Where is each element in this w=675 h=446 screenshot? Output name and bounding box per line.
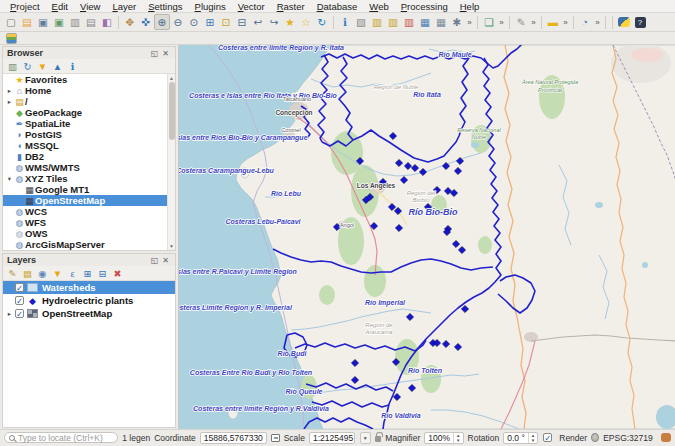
menu-item[interactable]: Help bbox=[454, 0, 486, 13]
python-console-icon[interactable] bbox=[616, 14, 632, 30]
browser-tree-item[interactable]: ▸ ▤ / bbox=[3, 96, 167, 107]
locate-search-input[interactable]: Type to locate (Ctrl+K) bbox=[4, 432, 118, 443]
identify-features-icon[interactable]: ℹ bbox=[337, 14, 353, 30]
map-themes-icon[interactable]: ◉ bbox=[36, 267, 49, 280]
filter-browser-icon[interactable]: ▼ bbox=[36, 60, 49, 73]
zoom-full-icon[interactable]: ⊞ bbox=[202, 14, 218, 30]
menu-item[interactable]: Processing bbox=[395, 0, 454, 13]
browser-tree-item[interactable]: ▦ OpenStreetMap bbox=[3, 195, 167, 206]
browser-tree-item[interactable]: ✒ SpatiaLite bbox=[3, 118, 167, 129]
extents-icon[interactable] bbox=[271, 434, 280, 442]
scale-dropdown-icon[interactable]: ▼ bbox=[360, 432, 371, 444]
add-selected-layers-icon[interactable]: ▥ bbox=[6, 60, 19, 73]
toolbar-overflow-icon[interactable]: » bbox=[465, 14, 474, 30]
toolbar-overflow-icon[interactable]: » bbox=[561, 14, 570, 30]
layer-item[interactable]: ◆ Hydroelectric plants bbox=[3, 294, 175, 307]
show-bookmarks-icon[interactable]: ☆ bbox=[298, 14, 314, 30]
menu-item[interactable]: Raster bbox=[271, 0, 311, 13]
remove-layer-group-icon[interactable]: ✖ bbox=[111, 267, 124, 280]
expand-all-icon[interactable]: ⊞ bbox=[81, 267, 94, 280]
layer-visibility-checkbox[interactable] bbox=[15, 309, 24, 318]
filter-expression-icon[interactable]: ε bbox=[66, 267, 79, 280]
zoom-in-icon[interactable]: ⊕ bbox=[154, 14, 170, 30]
menu-item[interactable]: Plugins bbox=[189, 0, 232, 13]
layer-styling-icon[interactable]: ✎ bbox=[6, 267, 19, 280]
refresh-browser-icon[interactable]: ↻ bbox=[21, 60, 34, 73]
close-panel-icon[interactable]: ✕ bbox=[160, 256, 171, 265]
digitizing-icon[interactable]: ✎ bbox=[513, 14, 529, 30]
browser-tree-item[interactable]: ▦ Google MT1 bbox=[3, 184, 167, 195]
refresh-map-icon[interactable]: ↻ bbox=[314, 14, 330, 30]
expander-icon[interactable]: ▸ bbox=[5, 87, 14, 95]
layer-item[interactable]: Watersheds bbox=[3, 281, 175, 294]
open-project-icon[interactable]: ▤ bbox=[19, 14, 35, 30]
toolbar-overflow-icon[interactable]: » bbox=[529, 14, 538, 30]
pan-to-selection-icon[interactable]: ✜ bbox=[138, 14, 154, 30]
pan-map-icon[interactable]: ✥ bbox=[122, 14, 138, 30]
layer-item[interactable]: ▸ OpenStreetMap bbox=[3, 307, 175, 320]
browser-tree-item[interactable]: ▮ DB2 bbox=[3, 151, 167, 162]
menu-item[interactable]: Layer bbox=[106, 0, 142, 13]
new-vector-layer-icon[interactable]: ▥ bbox=[369, 14, 385, 30]
add-group-icon[interactable]: ▤ bbox=[21, 267, 34, 280]
menu-item[interactable]: Edit bbox=[46, 0, 74, 13]
new-bookmark-icon[interactable]: ★ bbox=[282, 14, 298, 30]
menu-item[interactable]: Database bbox=[311, 0, 364, 13]
scrollbar-thumb[interactable] bbox=[169, 82, 175, 140]
coordinate-input[interactable]: 15886,5767330 bbox=[200, 432, 267, 444]
style-manager-icon[interactable]: ◧ bbox=[99, 14, 115, 30]
toolbar-overflow-icon[interactable]: » bbox=[497, 14, 506, 30]
menu-item[interactable]: View bbox=[74, 0, 106, 13]
options-icon[interactable]: ✱ bbox=[449, 14, 465, 30]
zoom-native-icon[interactable]: ⊙ bbox=[186, 14, 202, 30]
attribute-table-icon[interactable]: ▦ bbox=[417, 14, 433, 30]
new-layer-icon[interactable]: ▥ bbox=[385, 14, 401, 30]
rotation-input[interactable]: 0.0 °▲▼ bbox=[503, 432, 538, 444]
temporal-controller-icon[interactable]: ▦ bbox=[433, 14, 449, 30]
zoom-out-icon[interactable]: ⊖ bbox=[170, 14, 186, 30]
scale-input[interactable]: 1:2125495 bbox=[309, 432, 355, 444]
browser-tree-item[interactable]: ▸ ⌂ Home bbox=[3, 85, 167, 96]
expander-icon[interactable]: ▸ bbox=[5, 310, 14, 318]
undock-panel-icon[interactable]: ◱ bbox=[149, 49, 161, 58]
browser-tree-item[interactable]: ◗ PostGIS bbox=[3, 129, 167, 140]
filter-legend-icon[interactable]: ▼ bbox=[51, 267, 64, 280]
map-canvas[interactable]: Costeras entre limite Region y R. ItataR… bbox=[178, 45, 675, 429]
browser-tree-item[interactable]: ★ Favorites bbox=[3, 74, 167, 85]
manage-layers-icon[interactable]: ❏ bbox=[481, 14, 497, 30]
render-checkbox[interactable] bbox=[543, 433, 552, 442]
expander-icon[interactable]: ▾ bbox=[5, 175, 14, 183]
save-project-icon[interactable]: ▣ bbox=[35, 14, 51, 30]
layout-manager-icon[interactable]: ▤ bbox=[83, 14, 99, 30]
remove-layer-icon[interactable]: ▥ bbox=[401, 14, 417, 30]
zoom-to-layer-icon[interactable]: ⊟ bbox=[234, 14, 250, 30]
menu-item[interactable]: Project bbox=[4, 0, 46, 13]
browser-tree-item[interactable]: ◍ OWS bbox=[3, 228, 167, 239]
save-project-as-icon[interactable]: ▣ bbox=[51, 14, 67, 30]
magnifier-input[interactable]: 100%▲▼ bbox=[424, 432, 463, 444]
messages-icon[interactable] bbox=[661, 433, 671, 442]
select-features-icon[interactable]: ▧ bbox=[353, 14, 369, 30]
browser-tree-item[interactable]: ◍ WFS bbox=[3, 217, 167, 228]
browser-tree-item[interactable]: ◖ MSSQL bbox=[3, 140, 167, 151]
layer-visibility-checkbox[interactable] bbox=[15, 283, 24, 292]
crs-value[interactable]: EPSG:32719 bbox=[603, 433, 653, 443]
close-panel-icon[interactable]: ✕ bbox=[160, 49, 171, 58]
menu-item[interactable]: Web bbox=[363, 0, 394, 13]
browser-tree-item[interactable]: ◆ GeoPackage bbox=[3, 107, 167, 118]
layer-visibility-checkbox[interactable] bbox=[15, 296, 24, 305]
crs-projection-icon[interactable] bbox=[591, 433, 599, 442]
new-print-layout-icon[interactable]: ▥ bbox=[67, 14, 83, 30]
undock-panel-icon[interactable]: ◱ bbox=[149, 256, 161, 265]
menu-item[interactable]: Vector bbox=[232, 0, 271, 13]
browser-tree-item[interactable]: ◍ WCS bbox=[3, 206, 167, 217]
toolbar-overflow-icon[interactable]: » bbox=[593, 14, 602, 30]
browser-scrollbar[interactable]: ▲▼ bbox=[167, 74, 175, 250]
collapse-all-layers-icon[interactable]: ⊟ bbox=[96, 267, 109, 280]
data-source-manager-icon[interactable] bbox=[3, 30, 19, 46]
properties-widget-icon[interactable]: ℹ bbox=[66, 60, 79, 73]
zoom-to-selection-icon[interactable]: ⊡ bbox=[218, 14, 234, 30]
browser-tree-item[interactable]: ◍ WMS/WMTS bbox=[3, 162, 167, 173]
browser-tree-item[interactable]: ▾ ◍ XYZ Tiles bbox=[3, 173, 167, 184]
zoom-last-icon[interactable]: ↩ bbox=[250, 14, 266, 30]
